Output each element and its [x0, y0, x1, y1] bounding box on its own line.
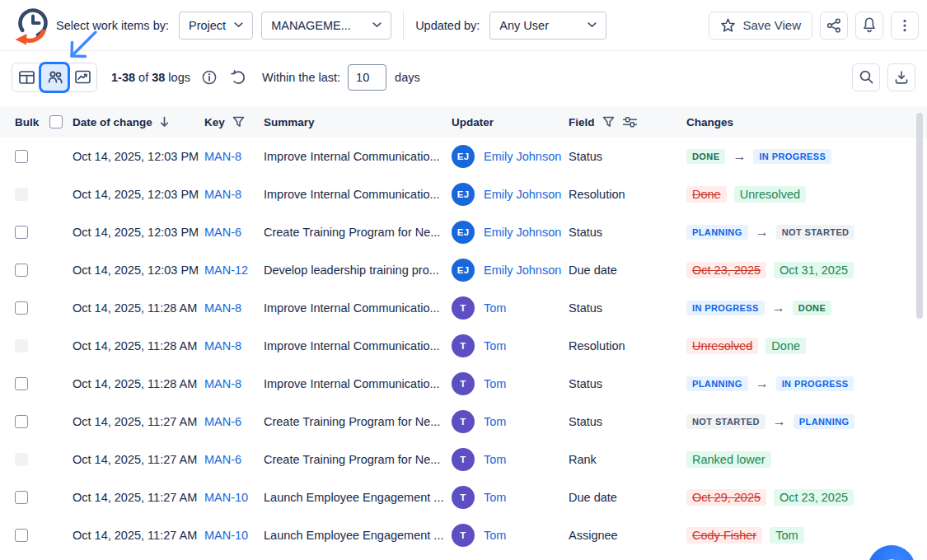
work-item-key[interactable]: MAN-8	[204, 339, 241, 352]
row-checkbox[interactable]	[15, 226, 28, 239]
row-checkbox[interactable]	[15, 150, 28, 163]
updater-name[interactable]: Emily Johnson	[484, 150, 561, 163]
row-checkbox[interactable]	[15, 301, 28, 315]
status-badge-from: IN PROGRESS	[686, 301, 765, 315]
work-item-key[interactable]: MAN-6	[204, 226, 241, 239]
status-badge-from: PLANNING	[686, 225, 748, 240]
people-icon	[47, 70, 63, 84]
search-button[interactable]	[852, 63, 880, 91]
changes-cell: DoneUnresolved	[686, 186, 927, 203]
added-value: Tom	[770, 527, 803, 544]
sort-descending-icon[interactable]	[160, 116, 169, 128]
row-checkbox[interactable]	[15, 529, 28, 542]
updater-name[interactable]: Tom	[484, 491, 506, 504]
updater-name[interactable]: Emily Johnson	[484, 188, 561, 201]
info-button[interactable]	[201, 69, 218, 86]
field-filter-icon[interactable]	[602, 116, 615, 128]
changed-field: Rank	[569, 453, 597, 466]
vertical-scrollbar[interactable]	[916, 113, 923, 319]
info-icon	[201, 69, 218, 86]
toolbar: 1-38 of 38 logs Within the last: days	[0, 51, 927, 103]
change-date: Oct 14, 2025, 11:27 AM	[73, 453, 197, 466]
project-value-dropdown[interactable]: MANAGEME...	[261, 12, 391, 40]
work-item-key[interactable]: MAN-8	[204, 188, 241, 201]
bulk-column-label: Bulk	[15, 116, 39, 128]
work-item-summary: Improve Internal Communicatio...	[264, 150, 440, 163]
work-item-key[interactable]: MAN-12	[204, 264, 248, 277]
changes-cell: Oct 23, 2025Oct 31, 2025	[686, 262, 927, 278]
changes-cell: IN PROGRESS→DONE	[686, 301, 927, 315]
changes-cell: PLANNING→IN PROGRESS	[686, 376, 927, 391]
change-date: Oct 14, 2025, 11:28 AM	[73, 301, 197, 315]
chevron-down-icon	[372, 22, 382, 28]
changes-cell: NOT STARTED→PLANNING	[686, 414, 927, 429]
work-item-summary: Create Training Program for Ne...	[264, 415, 440, 428]
table-row: Oct 14, 2025, 12:03 PMMAN-6Create Traini…	[0, 213, 927, 251]
updater-avatar: EJ	[452, 221, 475, 244]
work-item-key[interactable]: MAN-8	[204, 301, 241, 315]
added-value: Oct 31, 2025	[774, 262, 854, 278]
updater-name[interactable]: Tom	[484, 301, 506, 315]
row-checkbox[interactable]	[15, 377, 28, 390]
row-checkbox[interactable]	[15, 415, 28, 428]
row-checkbox[interactable]	[15, 491, 28, 504]
date-column-label: Date of change	[73, 116, 152, 128]
chevron-down-icon	[234, 22, 243, 28]
updater-name[interactable]: Emily Johnson	[484, 264, 561, 277]
share-button[interactable]	[820, 12, 848, 40]
updater-name[interactable]: Tom	[484, 339, 506, 352]
activity-log-page: Select work items by: Project MANAGEME..…	[0, 0, 927, 560]
changed-field: Status	[569, 226, 602, 239]
changed-field: Status	[569, 301, 602, 315]
updater-avatar: T	[452, 524, 475, 547]
star-icon	[720, 18, 736, 33]
changes-cell: PLANNING→NOT STARTED	[686, 225, 927, 240]
updater-name[interactable]: Tom	[484, 377, 506, 390]
work-item-key[interactable]: MAN-10	[204, 529, 248, 542]
change-date: Oct 14, 2025, 11:28 AM	[73, 339, 197, 352]
removed-value: Cody Fisher	[686, 527, 762, 544]
transition-arrow-icon: →	[756, 377, 769, 390]
key-filter-icon[interactable]	[232, 116, 245, 128]
table-header: Bulk Date of change Key Summary Updater …	[0, 106, 927, 138]
table-view-button[interactable]	[12, 63, 40, 91]
work-item-key[interactable]: MAN-8	[204, 377, 241, 390]
work-item-key[interactable]: MAN-6	[204, 415, 241, 428]
updated-by-dropdown[interactable]: Any User	[489, 12, 606, 40]
table-row: Oct 14, 2025, 11:28 AMMAN-8Improve Inter…	[0, 327, 927, 365]
kebab-menu-icon	[897, 18, 912, 33]
row-checkbox	[15, 453, 28, 466]
row-checkbox[interactable]	[15, 264, 28, 277]
summary-column-label: Summary	[264, 116, 315, 128]
updater-name[interactable]: Emily Johnson	[484, 226, 561, 239]
table-row: Oct 14, 2025, 12:03 PMMAN-8Improve Inter…	[0, 138, 927, 175]
changes-cell: UnresolvedDone	[686, 338, 927, 354]
updater-name[interactable]: Tom	[484, 415, 506, 428]
people-view-button[interactable]	[40, 63, 68, 91]
updater-avatar: T	[452, 296, 475, 320]
chart-view-button[interactable]	[68, 63, 96, 91]
updater-column-label: Updater	[452, 116, 494, 128]
select-by-dropdown[interactable]: Project	[179, 12, 253, 40]
removed-value: Unresolved	[686, 338, 758, 354]
download-button[interactable]	[887, 63, 915, 91]
field-settings-sliders-icon[interactable]	[622, 116, 638, 128]
work-item-key[interactable]: MAN-8	[204, 150, 241, 163]
log-count: 1-38 of 38 logs	[111, 71, 190, 84]
more-menu-button[interactable]	[891, 12, 919, 40]
save-view-button[interactable]: Save View	[709, 12, 812, 40]
notifications-button[interactable]	[855, 12, 883, 40]
change-date: Oct 14, 2025, 11:28 AM	[73, 377, 197, 390]
table-body: Oct 14, 2025, 12:03 PMMAN-8Improve Inter…	[0, 138, 927, 554]
row-checkbox	[15, 188, 28, 201]
status-badge-to: PLANNING	[794, 414, 855, 429]
work-item-key[interactable]: MAN-6	[204, 453, 241, 466]
refresh-button[interactable]	[230, 69, 246, 86]
select-all-checkbox[interactable]	[49, 115, 63, 128]
updater-name[interactable]: Tom	[484, 529, 506, 542]
days-input[interactable]	[348, 64, 386, 91]
updater-name[interactable]: Tom	[484, 453, 506, 466]
updater-avatar: EJ	[452, 145, 475, 168]
work-item-key[interactable]: MAN-10	[204, 491, 248, 504]
select-work-items-label: Select work items by:	[56, 19, 169, 32]
